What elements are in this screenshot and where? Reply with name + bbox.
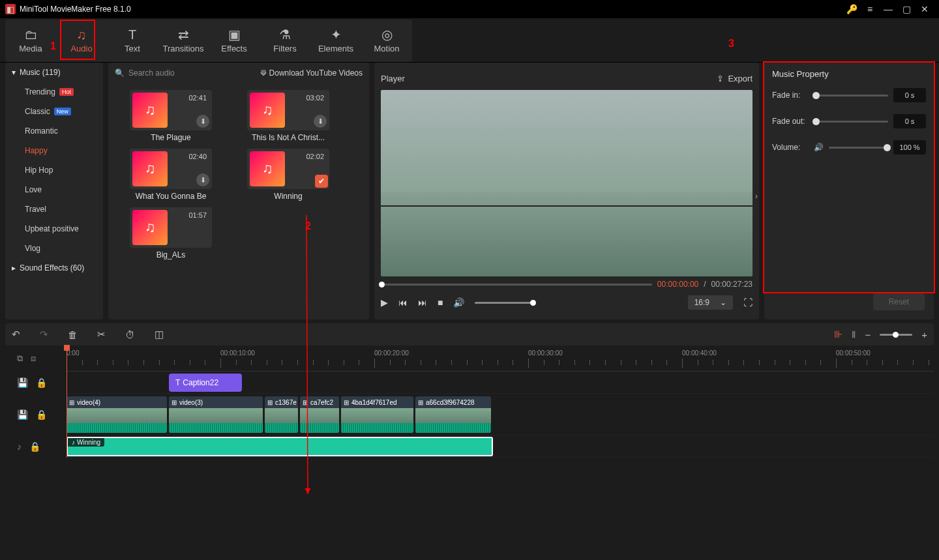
category-label: Love — [25, 185, 42, 194]
tab-audio[interactable]: ♫Audio — [56, 20, 107, 62]
video-clip[interactable]: ⊞video(4) — [67, 396, 167, 433]
playhead[interactable] — [67, 346, 67, 458]
fullscreen-button[interactable]: ⛶ — [743, 297, 753, 308]
volume-prop-slider[interactable] — [829, 147, 888, 149]
video-preview[interactable] — [381, 90, 753, 276]
delete-button[interactable]: 🗑 — [68, 329, 78, 340]
fade-out-slider[interactable] — [814, 121, 888, 123]
download-badge-icon[interactable]: ⬇ — [314, 115, 327, 128]
clip-label: ca7efc2 — [310, 399, 333, 406]
video-clip[interactable]: ⊞ca7efc2 — [300, 396, 339, 433]
download-youtube-label: Download YouTube Videos — [269, 68, 363, 78]
media-name: Winning — [236, 192, 340, 201]
speed-button[interactable]: ⏱ — [125, 329, 135, 340]
volume-slider[interactable] — [475, 302, 533, 304]
zoom-slider[interactable] — [880, 334, 912, 336]
media-card[interactable]: ♫02:02✔Winning — [236, 149, 340, 201]
caption-track[interactable]: TCaption22 — [67, 372, 934, 394]
media-card[interactable]: ♫02:41⬇The Plague — [119, 90, 223, 142]
fade-in-value[interactable]: 0 s — [893, 88, 926, 102]
category-item[interactable]: Vlog — [5, 239, 103, 258]
video-clip[interactable]: ⊞a66cd3f9674228 — [415, 396, 491, 433]
category-item[interactable]: Travel — [5, 199, 103, 219]
close-button[interactable]: ✕ — [916, 4, 934, 14]
crop-button[interactable]: ◫ — [155, 329, 164, 340]
undo-button[interactable]: ↶ — [12, 329, 20, 340]
panel-collapse-right[interactable]: › — [755, 191, 758, 201]
add-track-button[interactable]: ⧉ — [17, 353, 23, 364]
export-label: Export — [728, 74, 753, 83]
media-thumb[interactable]: ♫01:57 — [130, 207, 212, 248]
category-label: Romantic — [25, 126, 58, 136]
prev-frame-button[interactable]: ⏮ — [398, 297, 408, 308]
time-ruler[interactable]: 0:0000:00:10:0000:00:20:0000:00:30:0000:… — [67, 346, 934, 372]
tab-text[interactable]: TText — [107, 20, 158, 62]
category-item[interactable]: Love — [5, 180, 103, 199]
video-track[interactable]: ⊞video(4)⊞video(3)⊞c1367e⊞ca7efc2⊞4ba1d4… — [67, 394, 934, 435]
zoom-in-button[interactable]: + — [921, 329, 927, 340]
category-item[interactable]: ClassicNew — [5, 102, 103, 121]
export-button[interactable]: ⇪ Export — [717, 74, 753, 83]
tab-filters[interactable]: ⚗Filters — [260, 20, 310, 62]
download-badge-icon[interactable]: ⬇ — [196, 115, 209, 128]
menu-icon[interactable]: ≡ — [861, 4, 879, 14]
tab-transitions[interactable]: ⇄Transitions — [158, 20, 209, 62]
zoom-out-button[interactable]: − — [865, 329, 871, 340]
tab-media[interactable]: 🗀Media — [5, 20, 56, 62]
next-frame-button[interactable]: ⏭ — [418, 297, 427, 308]
category-item[interactable]: Upbeat positive — [5, 219, 103, 239]
scrub-bar[interactable] — [381, 284, 652, 286]
markers-button[interactable]: ⦀ — [852, 329, 856, 340]
minimize-button[interactable]: — — [879, 4, 897, 14]
fade-out-value[interactable]: 0 s — [893, 114, 926, 128]
media-thumb[interactable]: ♫02:40⬇ — [130, 149, 212, 189]
video-clip[interactable]: ⊞c1367e — [265, 396, 298, 433]
audio-track[interactable]: ♪Winning — [67, 435, 934, 458]
media-card[interactable]: ♫03:02⬇This Is Not A Christ... — [236, 90, 340, 142]
maximize-button[interactable]: ▢ — [897, 4, 916, 14]
magnet-button[interactable]: ⊪ — [834, 329, 842, 340]
badge: Hot — [59, 88, 74, 96]
volume-prop-value[interactable]: 100 % — [893, 140, 926, 155]
media-thumb[interactable]: ♫02:02✔ — [247, 149, 329, 189]
category-item[interactable]: Happy — [5, 141, 103, 160]
ruler-label: 00:00:10:00 — [220, 349, 255, 357]
redo-button[interactable]: ↷ — [40, 329, 48, 340]
audio-track-header[interactable]: ♪🔒 — [5, 435, 67, 458]
media-card[interactable]: ♫02:40⬇What You Gonna Be — [119, 149, 223, 201]
fade-in-label: Fade in: — [772, 91, 809, 100]
speaker-icon[interactable]: 🔊 — [814, 143, 824, 152]
aspect-ratio-select[interactable]: 16:9 ⌄ — [688, 295, 733, 310]
category-item[interactable]: Romantic — [5, 121, 103, 141]
tab-motion[interactable]: ◎Motion — [361, 20, 412, 62]
download-youtube-link[interactable]: ⟱ Download YouTube Videos — [260, 68, 363, 78]
player-title: Player — [381, 74, 405, 83]
caption-track-header[interactable]: 💾🔒 — [5, 372, 67, 394]
video-clip[interactable]: ⊞video(3) — [169, 396, 263, 433]
fade-in-slider[interactable] — [814, 95, 888, 96]
search-input[interactable]: Search audio — [128, 68, 175, 78]
download-badge-icon[interactable]: ⬇ — [196, 173, 209, 186]
category-item[interactable]: Hip Hop — [5, 160, 103, 180]
video-track-header[interactable]: 💾🔒 — [5, 394, 67, 435]
tab-effects[interactable]: ▣Effects — [209, 20, 260, 62]
play-button[interactable]: ▶ — [381, 297, 388, 308]
media-card[interactable]: ♫01:57Big_ALs — [119, 207, 223, 259]
category-header-music[interactable]: ▾ Music (119) — [5, 63, 103, 82]
reset-button[interactable]: Reset — [873, 293, 925, 310]
category-header-sfx[interactable]: ▸ Sound Effects (60) — [5, 258, 103, 278]
video-clip[interactable]: ⊞4ba1d4f7617ed — [341, 396, 413, 433]
track-area[interactable]: 0:0000:00:10:0000:00:20:0000:00:30:0000:… — [67, 346, 934, 458]
app-logo: ◧ — [5, 4, 16, 14]
split-button[interactable]: ✂ — [97, 329, 106, 340]
volume-icon[interactable]: 🔊 — [453, 297, 464, 308]
media-thumb[interactable]: ♫03:02⬇ — [247, 90, 329, 130]
stop-button[interactable]: ■ — [438, 297, 443, 308]
timeline: ⧉ ⧈ 💾🔒 💾🔒 ♪🔒 0:0000:00:10:0000:00:20:000… — [5, 346, 934, 458]
media-thumb[interactable]: ♫02:41⬇ — [130, 90, 212, 130]
category-item[interactable]: TrendingHot — [5, 82, 103, 102]
volume-label: Volume: — [772, 143, 809, 152]
tab-elements[interactable]: ✦Elements — [310, 20, 361, 62]
remove-track-button[interactable]: ⧈ — [31, 353, 36, 364]
key-icon[interactable]: 🔑 — [842, 4, 861, 14]
